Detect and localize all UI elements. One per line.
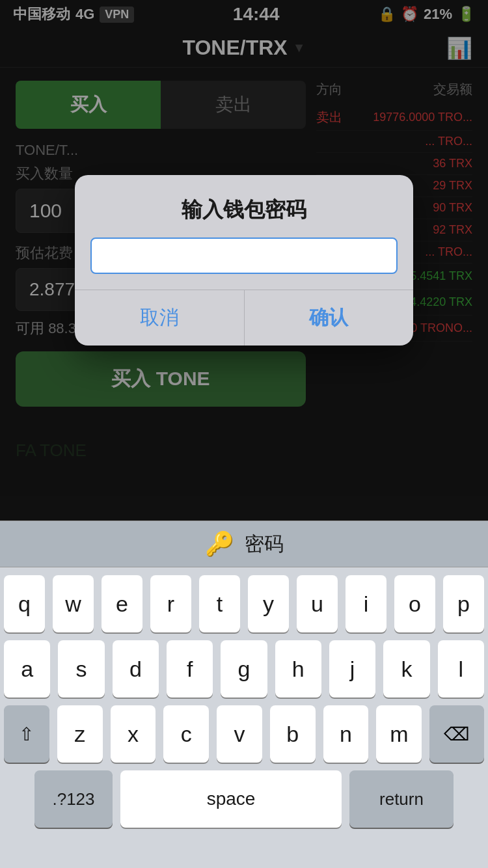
key-k[interactable]: k	[383, 640, 429, 698]
key-x[interactable]: x	[111, 705, 156, 763]
key-icon: 🔑	[205, 530, 234, 558]
key-m[interactable]: m	[376, 705, 422, 763]
key-g[interactable]: g	[221, 640, 267, 698]
shift-key[interactable]: ⇧	[4, 705, 49, 763]
keyboard-toolbar-label: 密码	[245, 531, 284, 558]
key-u[interactable]: u	[297, 575, 338, 632]
password-input[interactable]	[102, 245, 386, 266]
num-key[interactable]: .?123	[34, 770, 113, 828]
dialog-title-area: 输入钱包密码	[75, 175, 413, 237]
cancel-button[interactable]: 取消	[75, 290, 245, 346]
keyboard-area: 🔑 密码 q w e r t y u i o p a s d	[0, 521, 488, 868]
keyboard-rows: q w e r t y u i o p a s d f g h j k	[0, 567, 488, 841]
dialog-title: 输入钱包密码	[94, 196, 394, 224]
keyboard-row-4: .?123 space return	[4, 770, 484, 828]
key-w[interactable]: w	[53, 575, 94, 632]
keyboard-row-2: a s d f g h j k l	[4, 640, 484, 698]
backspace-key[interactable]: ⌫	[429, 705, 484, 763]
key-a[interactable]: a	[4, 640, 50, 698]
key-o[interactable]: o	[394, 575, 435, 632]
key-c[interactable]: c	[163, 705, 209, 763]
key-b[interactable]: b	[270, 705, 316, 763]
key-e[interactable]: e	[102, 575, 142, 632]
key-i[interactable]: i	[346, 575, 386, 632]
dialog-input-wrapper[interactable]	[90, 237, 398, 274]
return-key[interactable]: return	[349, 770, 454, 828]
key-t[interactable]: t	[199, 575, 240, 632]
key-n[interactable]: n	[323, 705, 369, 763]
space-key[interactable]: space	[120, 770, 342, 828]
keyboard-row-3: ⇧ z x c v b n m ⌫	[4, 705, 484, 763]
key-y[interactable]: y	[248, 575, 289, 632]
dialog-overlay: 输入钱包密码 取消 确认	[0, 0, 488, 521]
key-j[interactable]: j	[329, 640, 375, 698]
key-l[interactable]: l	[438, 640, 484, 698]
key-d[interactable]: d	[113, 640, 159, 698]
key-s[interactable]: s	[58, 640, 104, 698]
key-z[interactable]: z	[57, 705, 103, 763]
confirm-button[interactable]: 确认	[245, 290, 414, 346]
password-dialog: 输入钱包密码 取消 确认	[75, 175, 413, 346]
key-r[interactable]: r	[150, 575, 191, 632]
dialog-buttons: 取消 确认	[75, 290, 413, 346]
keyboard-toolbar: 🔑 密码	[0, 521, 488, 567]
key-p[interactable]: p	[443, 575, 484, 632]
key-v[interactable]: v	[217, 705, 262, 763]
key-f[interactable]: f	[167, 640, 213, 698]
keyboard-row-1: q w e r t y u i o p	[4, 575, 484, 632]
key-q[interactable]: q	[4, 575, 45, 632]
key-h[interactable]: h	[275, 640, 321, 698]
